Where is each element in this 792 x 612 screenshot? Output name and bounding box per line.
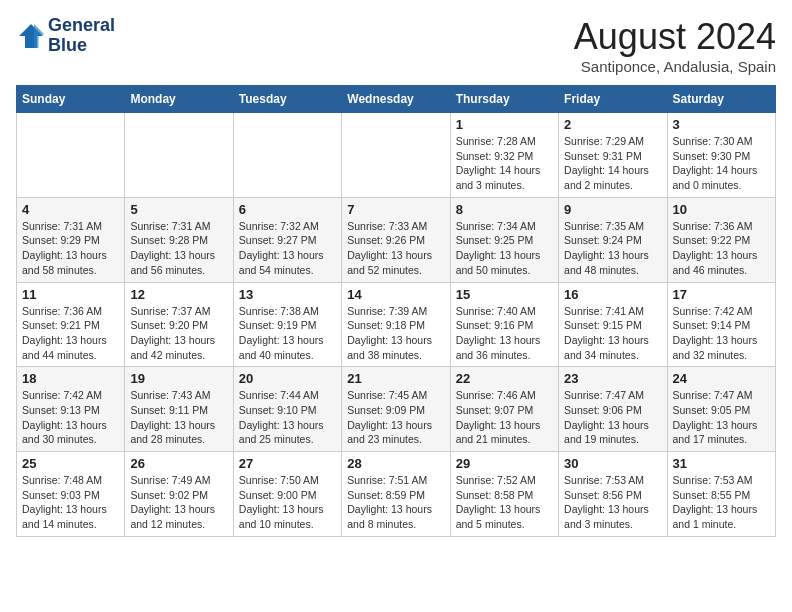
- calendar-cell: 2Sunrise: 7:29 AMSunset: 9:31 PMDaylight…: [559, 113, 667, 198]
- day-number: 30: [564, 456, 661, 471]
- calendar-cell: 1Sunrise: 7:28 AMSunset: 9:32 PMDaylight…: [450, 113, 558, 198]
- day-info: Sunrise: 7:38 AMSunset: 9:19 PMDaylight:…: [239, 304, 336, 363]
- day-info: Sunrise: 7:33 AMSunset: 9:26 PMDaylight:…: [347, 219, 444, 278]
- day-info: Sunrise: 7:36 AMSunset: 9:21 PMDaylight:…: [22, 304, 119, 363]
- calendar-body: 1Sunrise: 7:28 AMSunset: 9:32 PMDaylight…: [17, 113, 776, 537]
- logo-line1: General: [48, 16, 115, 36]
- location: Santiponce, Andalusia, Spain: [574, 58, 776, 75]
- calendar-cell: 5Sunrise: 7:31 AMSunset: 9:28 PMDaylight…: [125, 197, 233, 282]
- day-number: 27: [239, 456, 336, 471]
- logo: General Blue: [16, 16, 115, 56]
- day-number: 12: [130, 287, 227, 302]
- calendar-cell: 9Sunrise: 7:35 AMSunset: 9:24 PMDaylight…: [559, 197, 667, 282]
- calendar-cell: 28Sunrise: 7:51 AMSunset: 8:59 PMDayligh…: [342, 452, 450, 537]
- calendar-cell: 26Sunrise: 7:49 AMSunset: 9:02 PMDayligh…: [125, 452, 233, 537]
- day-number: 20: [239, 371, 336, 386]
- day-info: Sunrise: 7:48 AMSunset: 9:03 PMDaylight:…: [22, 473, 119, 532]
- calendar-cell: [17, 113, 125, 198]
- day-info: Sunrise: 7:29 AMSunset: 9:31 PMDaylight:…: [564, 134, 661, 193]
- title-block: August 2024 Santiponce, Andalusia, Spain: [574, 16, 776, 75]
- day-info: Sunrise: 7:32 AMSunset: 9:27 PMDaylight:…: [239, 219, 336, 278]
- calendar-cell: 16Sunrise: 7:41 AMSunset: 9:15 PMDayligh…: [559, 282, 667, 367]
- day-number: 6: [239, 202, 336, 217]
- day-info: Sunrise: 7:31 AMSunset: 9:29 PMDaylight:…: [22, 219, 119, 278]
- day-info: Sunrise: 7:35 AMSunset: 9:24 PMDaylight:…: [564, 219, 661, 278]
- calendar-cell: 23Sunrise: 7:47 AMSunset: 9:06 PMDayligh…: [559, 367, 667, 452]
- day-info: Sunrise: 7:42 AMSunset: 9:14 PMDaylight:…: [673, 304, 770, 363]
- day-number: 19: [130, 371, 227, 386]
- day-info: Sunrise: 7:53 AMSunset: 8:56 PMDaylight:…: [564, 473, 661, 532]
- day-number: 9: [564, 202, 661, 217]
- calendar-week-row: 1Sunrise: 7:28 AMSunset: 9:32 PMDaylight…: [17, 113, 776, 198]
- day-number: 17: [673, 287, 770, 302]
- day-info: Sunrise: 7:41 AMSunset: 9:15 PMDaylight:…: [564, 304, 661, 363]
- day-number: 25: [22, 456, 119, 471]
- page-header: General Blue August 2024 Santiponce, And…: [16, 16, 776, 75]
- day-number: 21: [347, 371, 444, 386]
- calendar-cell: 7Sunrise: 7:33 AMSunset: 9:26 PMDaylight…: [342, 197, 450, 282]
- calendar-cell: 3Sunrise: 7:30 AMSunset: 9:30 PMDaylight…: [667, 113, 775, 198]
- day-number: 13: [239, 287, 336, 302]
- day-info: Sunrise: 7:28 AMSunset: 9:32 PMDaylight:…: [456, 134, 553, 193]
- calendar-cell: [342, 113, 450, 198]
- calendar-cell: 13Sunrise: 7:38 AMSunset: 9:19 PMDayligh…: [233, 282, 341, 367]
- day-number: 29: [456, 456, 553, 471]
- day-number: 8: [456, 202, 553, 217]
- logo-icon: [16, 21, 46, 51]
- day-number: 22: [456, 371, 553, 386]
- calendar-cell: 29Sunrise: 7:52 AMSunset: 8:58 PMDayligh…: [450, 452, 558, 537]
- calendar-week-row: 25Sunrise: 7:48 AMSunset: 9:03 PMDayligh…: [17, 452, 776, 537]
- calendar-cell: [233, 113, 341, 198]
- day-number: 1: [456, 117, 553, 132]
- day-number: 18: [22, 371, 119, 386]
- weekday-row: SundayMondayTuesdayWednesdayThursdayFrid…: [17, 86, 776, 113]
- day-info: Sunrise: 7:46 AMSunset: 9:07 PMDaylight:…: [456, 388, 553, 447]
- day-info: Sunrise: 7:34 AMSunset: 9:25 PMDaylight:…: [456, 219, 553, 278]
- day-info: Sunrise: 7:47 AMSunset: 9:06 PMDaylight:…: [564, 388, 661, 447]
- day-info: Sunrise: 7:44 AMSunset: 9:10 PMDaylight:…: [239, 388, 336, 447]
- day-number: 7: [347, 202, 444, 217]
- calendar-cell: 10Sunrise: 7:36 AMSunset: 9:22 PMDayligh…: [667, 197, 775, 282]
- logo-line2: Blue: [48, 36, 115, 56]
- calendar-cell: 22Sunrise: 7:46 AMSunset: 9:07 PMDayligh…: [450, 367, 558, 452]
- day-info: Sunrise: 7:37 AMSunset: 9:20 PMDaylight:…: [130, 304, 227, 363]
- weekday-header: Friday: [559, 86, 667, 113]
- day-info: Sunrise: 7:43 AMSunset: 9:11 PMDaylight:…: [130, 388, 227, 447]
- calendar-header: SundayMondayTuesdayWednesdayThursdayFrid…: [17, 86, 776, 113]
- calendar-cell: [125, 113, 233, 198]
- day-info: Sunrise: 7:50 AMSunset: 9:00 PMDaylight:…: [239, 473, 336, 532]
- calendar-cell: 25Sunrise: 7:48 AMSunset: 9:03 PMDayligh…: [17, 452, 125, 537]
- day-info: Sunrise: 7:47 AMSunset: 9:05 PMDaylight:…: [673, 388, 770, 447]
- day-number: 2: [564, 117, 661, 132]
- calendar-cell: 21Sunrise: 7:45 AMSunset: 9:09 PMDayligh…: [342, 367, 450, 452]
- calendar-cell: 27Sunrise: 7:50 AMSunset: 9:00 PMDayligh…: [233, 452, 341, 537]
- day-number: 26: [130, 456, 227, 471]
- weekday-header: Sunday: [17, 86, 125, 113]
- day-info: Sunrise: 7:42 AMSunset: 9:13 PMDaylight:…: [22, 388, 119, 447]
- calendar-cell: 8Sunrise: 7:34 AMSunset: 9:25 PMDaylight…: [450, 197, 558, 282]
- calendar-cell: 19Sunrise: 7:43 AMSunset: 9:11 PMDayligh…: [125, 367, 233, 452]
- day-number: 24: [673, 371, 770, 386]
- calendar-cell: 31Sunrise: 7:53 AMSunset: 8:55 PMDayligh…: [667, 452, 775, 537]
- weekday-header: Tuesday: [233, 86, 341, 113]
- day-number: 11: [22, 287, 119, 302]
- calendar-week-row: 11Sunrise: 7:36 AMSunset: 9:21 PMDayligh…: [17, 282, 776, 367]
- day-number: 14: [347, 287, 444, 302]
- weekday-header: Wednesday: [342, 86, 450, 113]
- day-number: 31: [673, 456, 770, 471]
- weekday-header: Thursday: [450, 86, 558, 113]
- day-number: 15: [456, 287, 553, 302]
- calendar-cell: 11Sunrise: 7:36 AMSunset: 9:21 PMDayligh…: [17, 282, 125, 367]
- calendar-table: SundayMondayTuesdayWednesdayThursdayFrid…: [16, 85, 776, 537]
- calendar-cell: 15Sunrise: 7:40 AMSunset: 9:16 PMDayligh…: [450, 282, 558, 367]
- day-number: 10: [673, 202, 770, 217]
- day-number: 3: [673, 117, 770, 132]
- logo-text: General Blue: [48, 16, 115, 56]
- day-info: Sunrise: 7:49 AMSunset: 9:02 PMDaylight:…: [130, 473, 227, 532]
- calendar-cell: 4Sunrise: 7:31 AMSunset: 9:29 PMDaylight…: [17, 197, 125, 282]
- calendar-week-row: 18Sunrise: 7:42 AMSunset: 9:13 PMDayligh…: [17, 367, 776, 452]
- calendar-cell: 17Sunrise: 7:42 AMSunset: 9:14 PMDayligh…: [667, 282, 775, 367]
- day-number: 28: [347, 456, 444, 471]
- day-info: Sunrise: 7:40 AMSunset: 9:16 PMDaylight:…: [456, 304, 553, 363]
- day-number: 16: [564, 287, 661, 302]
